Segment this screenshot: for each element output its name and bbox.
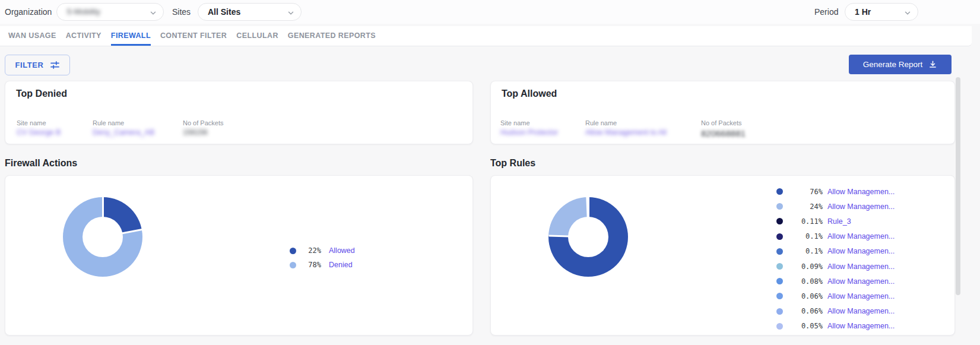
legend-row: 0.05% Allow Managemen... bbox=[776, 319, 895, 334]
sites-value: All Sites bbox=[208, 4, 240, 20]
generate-report-label: Generate Report bbox=[863, 60, 923, 69]
organization-select[interactable]: S-Mobility bbox=[56, 3, 164, 21]
legend-row: 0.06% Allow Managemen... bbox=[776, 304, 895, 319]
legend-row: 22% Allowed bbox=[290, 243, 355, 258]
top-allowed-site-link[interactable]: Hudson Protector bbox=[500, 128, 558, 137]
report-tab[interactable]: CELLULAR bbox=[236, 26, 278, 46]
legend-row: 0.09% Allow Managemen... bbox=[776, 259, 895, 274]
firewall-actions-donut-chart bbox=[63, 197, 142, 277]
legend-rule-link[interactable]: Allow Managemen... bbox=[827, 322, 895, 330]
legend-percent: 24% bbox=[788, 202, 823, 211]
report-tab[interactable]: FIREWALL bbox=[111, 26, 151, 46]
legend-rule-link[interactable]: Allow Managemen... bbox=[827, 277, 895, 286]
top-denied-site-link[interactable]: CV George B bbox=[17, 128, 61, 137]
top-denied-packets-value: 156156 bbox=[183, 128, 208, 137]
column-header-no-of-packets: No of Packets bbox=[701, 119, 746, 126]
legend-rule-link[interactable]: Allow Managemen... bbox=[827, 262, 895, 271]
generate-report-button[interactable]: Generate Report bbox=[849, 55, 952, 74]
legend-row: 0.1% Allow Managemen... bbox=[776, 244, 895, 259]
legend-dot bbox=[776, 278, 783, 284]
vertical-scrollbar-thumb[interactable] bbox=[956, 77, 960, 295]
legend-percent: 0.06% bbox=[788, 292, 823, 300]
column-header-rule-name: Rule name bbox=[93, 119, 154, 126]
legend-row: 24% Allow Managemen... bbox=[776, 199, 895, 214]
legend-action-link[interactable]: Allowed bbox=[329, 246, 355, 255]
legend-percent: 78% bbox=[301, 261, 321, 269]
organization-label: Organization bbox=[5, 0, 52, 24]
period-value: 1 Hr bbox=[855, 4, 871, 20]
top-allowed-rule-link[interactable]: Allow Management to All bbox=[585, 128, 667, 137]
column-header-site-name: Site name bbox=[17, 119, 61, 126]
download-icon bbox=[928, 60, 937, 69]
top-allowed-title: Top Allowed bbox=[502, 88, 557, 99]
chevron-down-icon bbox=[287, 8, 294, 19]
legend-row: 76% Allow Managemen... bbox=[776, 184, 895, 199]
legend-dot bbox=[776, 248, 783, 255]
legend-percent: 0.06% bbox=[788, 307, 823, 315]
top-rules-heading: Top Rules bbox=[490, 158, 535, 169]
report-tab[interactable]: GENERATED REPORTS bbox=[288, 26, 376, 46]
legend-row: 0.06% Allow Managemen... bbox=[776, 289, 895, 303]
top-allowed-card: Top Allowed Site name Hudson Protector R… bbox=[490, 81, 955, 144]
legend-dot bbox=[290, 248, 296, 254]
legend-rule-link[interactable]: Allow Managemen... bbox=[827, 188, 895, 196]
top-denied-packets-column: No of Packets 156156 bbox=[183, 119, 223, 137]
period-label: Period bbox=[814, 0, 838, 24]
legend-action-link[interactable]: Denied bbox=[329, 261, 353, 269]
top-filter-bar: Organization S-Mobility Sites All Sites … bbox=[0, 0, 980, 24]
top-allowed-packets-value: 820668881 bbox=[701, 128, 746, 138]
legend-dot bbox=[776, 323, 783, 330]
legend-percent: 22% bbox=[301, 246, 321, 255]
legend-dot bbox=[776, 188, 783, 195]
tab-list: WAN USAGE ACTIVITY FIREWALL CONTENT FILT… bbox=[0, 26, 972, 46]
top-denied-rule-column: Rule name Deny_Camera_AB bbox=[93, 119, 154, 137]
column-header-no-of-packets: No of Packets bbox=[183, 119, 223, 126]
top-allowed-site-column: Site name Hudson Protector bbox=[500, 119, 558, 137]
legend-percent: 0.05% bbox=[788, 322, 823, 330]
top-allowed-rule-column: Rule name Allow Management to All bbox=[585, 119, 667, 137]
firewall-actions-card: 22% Allowed 78% Denied bbox=[5, 175, 473, 335]
legend-rule-link[interactable]: Allow Managemen... bbox=[827, 232, 895, 240]
report-tab-bar: WAN USAGE ACTIVITY FIREWALL CONTENT FILT… bbox=[0, 26, 972, 46]
firewall-actions-legend: 22% Allowed 78% Denied bbox=[290, 243, 355, 272]
sites-label: Sites bbox=[172, 0, 191, 24]
firewall-actions-heading: Firewall Actions bbox=[5, 158, 77, 169]
legend-row: 78% Denied bbox=[290, 258, 355, 272]
filter-button-label: FILTER bbox=[15, 61, 43, 69]
legend-rule-link[interactable]: Allow Managemen... bbox=[827, 307, 895, 315]
legend-dot bbox=[776, 203, 783, 210]
legend-dot bbox=[776, 263, 783, 270]
filter-tune-icon bbox=[50, 60, 60, 70]
column-header-site-name: Site name bbox=[500, 119, 558, 126]
legend-percent: 0.09% bbox=[788, 262, 823, 271]
legend-dot bbox=[776, 308, 783, 315]
legend-rule-link[interactable]: Allow Managemen... bbox=[827, 247, 895, 255]
top-denied-site-column: Site name CV George B bbox=[17, 119, 61, 137]
donut-slice-divider bbox=[103, 229, 142, 238]
legend-row: 0.11% Rule_3 bbox=[776, 214, 895, 229]
report-tab[interactable]: ACTIVITY bbox=[66, 26, 102, 46]
legend-percent: 0.11% bbox=[788, 217, 823, 226]
legend-rule-link[interactable]: Allow Managemen... bbox=[827, 202, 895, 211]
legend-row: 0.08% Allow Managemen... bbox=[776, 274, 895, 289]
report-tab[interactable]: CONTENT FILTER bbox=[160, 26, 227, 46]
firewall-report-dashboard: Organization S-Mobility Sites All Sites … bbox=[0, 0, 980, 345]
report-tab[interactable]: WAN USAGE bbox=[8, 26, 56, 46]
legend-dot bbox=[776, 233, 783, 240]
legend-percent: 76% bbox=[788, 188, 823, 196]
sites-select[interactable]: All Sites bbox=[198, 3, 302, 21]
legend-percent: 0.08% bbox=[788, 277, 823, 286]
legend-rule-link[interactable]: Rule_3 bbox=[827, 217, 851, 226]
chevron-down-icon bbox=[904, 8, 911, 19]
legend-rule-link[interactable]: Allow Managemen... bbox=[827, 292, 895, 300]
legend-percent: 0.1% bbox=[788, 247, 823, 255]
donut-slice-divider bbox=[548, 235, 588, 238]
filter-button[interactable]: FILTER bbox=[5, 55, 70, 75]
top-allowed-packets-column: No of Packets 820668881 bbox=[701, 119, 746, 139]
top-denied-rule-link[interactable]: Deny_Camera_AB bbox=[93, 128, 154, 137]
top-rules-card: 76% Allow Managemen... 24% Allow Managem… bbox=[490, 175, 955, 335]
column-header-rule-name: Rule name bbox=[585, 119, 667, 126]
chevron-down-icon bbox=[150, 8, 157, 19]
period-select[interactable]: 1 Hr bbox=[845, 3, 918, 21]
organization-value: S-Mobility bbox=[66, 4, 100, 20]
